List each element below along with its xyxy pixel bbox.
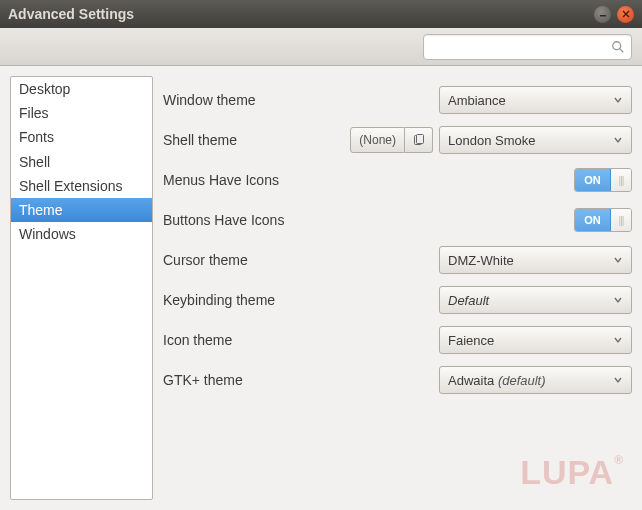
label-keybinding-theme: Keybinding theme — [163, 292, 439, 308]
row-buttons-have-icons: Buttons Have Icons ON ||| — [163, 200, 632, 240]
row-shell-theme: Shell theme (None) London Smoke — [163, 120, 632, 160]
sidebar: Desktop Files Fonts Shell Shell Extensio… — [10, 76, 153, 500]
dropdown-keybinding-theme[interactable]: Default — [439, 286, 632, 314]
dropdown-cursor-theme[interactable]: DMZ-White — [439, 246, 632, 274]
dropdown-value: DMZ-White — [448, 253, 613, 268]
search-input[interactable] — [430, 39, 611, 54]
toggle-on-label: ON — [575, 169, 611, 191]
client-area: Desktop Files Fonts Shell Shell Extensio… — [0, 66, 642, 510]
label-icon-theme: Icon theme — [163, 332, 439, 348]
dropdown-value: Default — [448, 293, 613, 308]
dropdown-value: Faience — [448, 333, 613, 348]
row-cursor-theme: Cursor theme DMZ-White — [163, 240, 632, 280]
row-gtk-theme: GTK+ theme Adwaita (default) — [163, 360, 632, 400]
close-button[interactable] — [617, 6, 634, 23]
label-window-theme: Window theme — [163, 92, 439, 108]
shell-theme-none-button[interactable]: (None) — [350, 127, 405, 153]
shell-theme-reset-button[interactable] — [405, 127, 433, 153]
sidebar-item-files[interactable]: Files — [11, 101, 152, 125]
label-buttons-have-icons: Buttons Have Icons — [163, 212, 574, 228]
label-cursor-theme: Cursor theme — [163, 252, 439, 268]
toggle-buttons-have-icons[interactable]: ON ||| — [574, 208, 632, 232]
dropdown-value: London Smoke — [448, 133, 613, 148]
reset-icon — [413, 134, 425, 146]
row-keybinding-theme: Keybinding theme Default — [163, 280, 632, 320]
titlebar: Advanced Settings — [0, 0, 642, 28]
svg-rect-6 — [416, 135, 423, 144]
window-controls — [594, 6, 634, 23]
chevron-down-icon — [613, 373, 623, 388]
minimize-icon — [599, 10, 607, 18]
window-title: Advanced Settings — [8, 6, 594, 22]
chevron-down-icon — [613, 93, 623, 108]
sidebar-item-shell-extensions[interactable]: Shell Extensions — [11, 174, 152, 198]
svg-rect-0 — [600, 15, 606, 17]
sidebar-item-shell[interactable]: Shell — [11, 150, 152, 174]
chevron-down-icon — [613, 133, 623, 148]
label-shell-theme: Shell theme — [163, 132, 350, 148]
sidebar-item-windows[interactable]: Windows — [11, 222, 152, 246]
svg-line-4 — [620, 48, 624, 52]
sidebar-item-theme[interactable]: Theme — [11, 198, 152, 222]
dropdown-gtk-theme[interactable]: Adwaita (default) — [439, 366, 632, 394]
dropdown-shell-theme[interactable]: London Smoke — [439, 126, 632, 154]
toggle-knob: ||| — [611, 209, 631, 231]
search-icon — [611, 40, 625, 54]
toggle-on-label: ON — [575, 209, 611, 231]
sidebar-item-fonts[interactable]: Fonts — [11, 125, 152, 149]
toolbar — [0, 28, 642, 66]
chevron-down-icon — [613, 333, 623, 348]
content-pane: Window theme Ambiance Shell theme (None)… — [163, 76, 632, 500]
label-gtk-theme: GTK+ theme — [163, 372, 439, 388]
sidebar-item-desktop[interactable]: Desktop — [11, 77, 152, 101]
close-icon — [622, 10, 630, 18]
minimize-button[interactable] — [594, 6, 611, 23]
dropdown-value: Ambiance — [448, 93, 613, 108]
chevron-down-icon — [613, 293, 623, 308]
shell-theme-aux-group: (None) — [350, 127, 433, 153]
grip-icon: ||| — [619, 215, 624, 226]
search-field-wrap[interactable] — [423, 34, 632, 60]
row-icon-theme: Icon theme Faience — [163, 320, 632, 360]
label-menus-have-icons: Menus Have Icons — [163, 172, 574, 188]
dropdown-value: Adwaita (default) — [448, 373, 613, 388]
row-menus-have-icons: Menus Have Icons ON ||| — [163, 160, 632, 200]
toggle-knob: ||| — [611, 169, 631, 191]
svg-point-3 — [613, 41, 621, 49]
row-window-theme: Window theme Ambiance — [163, 80, 632, 120]
grip-icon: ||| — [619, 175, 624, 186]
toggle-menus-have-icons[interactable]: ON ||| — [574, 168, 632, 192]
chevron-down-icon — [613, 253, 623, 268]
dropdown-window-theme[interactable]: Ambiance — [439, 86, 632, 114]
dropdown-icon-theme[interactable]: Faience — [439, 326, 632, 354]
